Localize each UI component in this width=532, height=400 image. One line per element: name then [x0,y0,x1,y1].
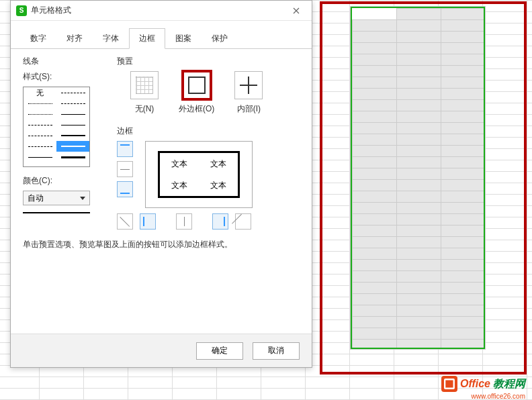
style-none[interactable]: 无 [24,87,56,98]
border-top-button[interactable] [117,141,133,157]
border-section: 文本 文本 文本 文本 [117,141,300,230]
none-border-icon [136,77,153,94]
style-opt[interactable] [24,130,56,141]
titlebar: S 单元格格式 [11,1,312,21]
inner-border-icon [240,77,257,94]
preset-inner[interactable]: 内部(I) [234,71,263,115]
dialog-footer: 确定 取消 [11,334,312,367]
style-opt[interactable] [56,119,89,130]
dialog-title: 单元格格式 [31,5,286,16]
line-sample [23,212,90,213]
preset-outer[interactable]: 外边框(O) [179,71,214,115]
cancel-button[interactable]: 取消 [253,342,300,360]
border-mid-h-button[interactable] [117,161,133,177]
hint-text: 单击预置选项、预览草图及上面的按钮可以添加边框样式。 [23,239,300,250]
outer-border-icon [188,77,206,94]
border-mid-v-button[interactable] [176,213,192,230]
tab-protect[interactable]: 保护 [202,28,238,49]
cell-format-dialog: S 单元格格式 数字 对齐 字体 边框 图案 保护 线条 样式(S): 无 [10,0,312,368]
line-section-label: 线条 [23,56,105,67]
preset-row: 无(N) 外边框(O) 内部(I) [130,71,300,115]
right-panel: 预置 无(N) 外边框(O) 内部(I) 边框 [117,56,300,250]
style-opt[interactable] [56,109,89,119]
border-bottom-icon [120,185,130,194]
selected-cells[interactable] [351,7,485,349]
tab-bar: 数字 对齐 字体 边框 图案 保护 [11,21,312,49]
diag-down-icon [120,217,130,226]
close-icon [293,7,300,14]
left-border-buttons [117,141,133,197]
tab-pattern[interactable]: 图案 [165,28,202,49]
border-bottom-button[interactable] [117,181,133,197]
dialog-body: 线条 样式(S): 无 [11,49,312,257]
style-opt[interactable] [24,141,56,152]
watermark-brand1: Office [460,378,490,390]
watermark-url: www.office26.com [472,393,525,400]
watermark-icon [441,376,457,392]
active-cell[interactable] [352,8,396,19]
preview-cell: 文本 [160,153,199,174]
style-opt[interactable] [56,87,89,98]
style-label: 样式(S): [23,71,105,83]
border-left-icon [143,217,152,226]
border-preview[interactable]: 文本 文本 文本 文本 [145,141,253,208]
color-value: 自动 [28,193,44,204]
selection-grid-lines [352,8,484,348]
style-selected[interactable] [56,141,89,152]
border-right-icon [216,217,225,226]
border-right-button[interactable] [212,213,228,230]
line-style-list[interactable]: 无 [23,87,90,167]
preview-cell: 文本 [199,174,238,196]
style-opt[interactable] [24,152,56,162]
tab-font[interactable]: 字体 [93,28,129,49]
border-diag-up-button[interactable] [235,213,251,230]
watermark: Office 教程网 [441,376,525,392]
style-opt[interactable] [56,98,89,109]
close-button[interactable] [286,4,306,17]
ok-button[interactable]: 确定 [196,342,243,360]
line-panel: 线条 样式(S): 无 [23,56,105,250]
style-opt[interactable] [56,152,89,162]
chevron-down-icon [80,197,85,200]
border-section-label: 边框 [117,126,300,137]
border-mid-v-icon [179,217,189,226]
watermark-brand2: 教程网 [493,377,525,391]
color-dropdown[interactable]: 自动 [23,191,90,205]
tab-number[interactable]: 数字 [20,28,56,49]
style-opt[interactable] [24,119,56,130]
style-opt[interactable] [24,109,56,119]
border-diag-down-button[interactable] [117,213,133,230]
preview-cell: 文本 [199,153,238,174]
bottom-border-buttons [117,213,300,230]
preview-cell: 文本 [160,174,199,196]
app-icon: S [16,5,27,16]
preset-section-label: 预置 [117,56,300,67]
diag-up-icon [238,217,248,226]
border-mid-h-icon [120,164,130,174]
border-left-button[interactable] [140,213,156,230]
color-label: 颜色(C): [23,175,105,187]
border-top-icon [120,144,130,154]
style-opt[interactable] [56,130,89,141]
style-opt[interactable] [24,98,56,109]
preset-none[interactable]: 无(N) [130,71,159,115]
tab-align[interactable]: 对齐 [56,28,93,49]
tab-border[interactable]: 边框 [129,28,165,49]
